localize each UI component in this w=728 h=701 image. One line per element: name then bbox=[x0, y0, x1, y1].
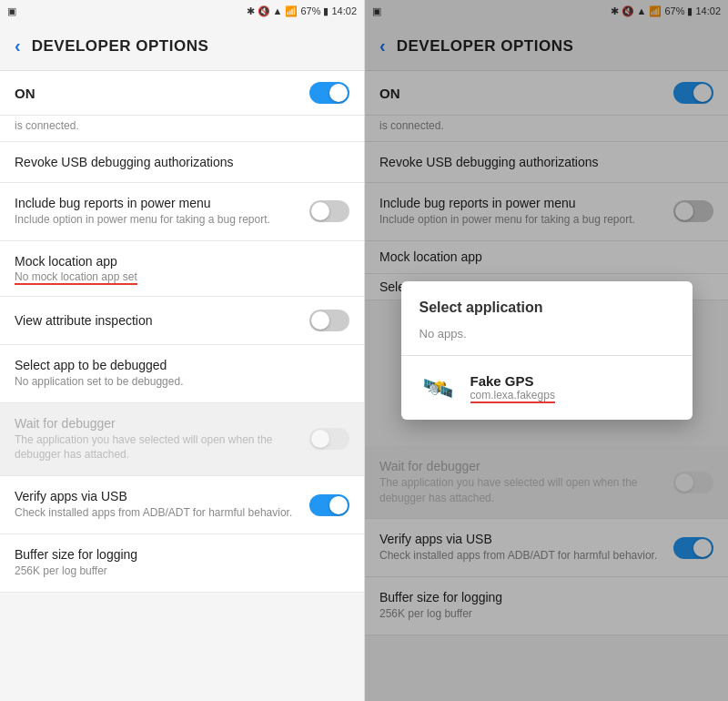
select-app-item[interactable]: Select app to be debugged No application… bbox=[0, 345, 364, 403]
buffer-size-subtitle: 256K per log buffer bbox=[15, 564, 349, 579]
wait-debugger-subtitle: The application you have selected will o… bbox=[15, 432, 309, 463]
time: 14:02 bbox=[331, 5, 357, 16]
fake-gps-info: Fake GPS com.lexa.fakegps bbox=[470, 373, 555, 403]
verify-apps-item[interactable]: Verify apps via USB Check installed apps… bbox=[0, 476, 364, 534]
back-button-left[interactable]: ‹ bbox=[15, 36, 21, 56]
notification-icon: ▣ bbox=[7, 5, 16, 17]
fake-gps-name: Fake GPS bbox=[470, 373, 555, 389]
view-attr-item[interactable]: View attribute inspection bbox=[0, 297, 364, 345]
select-app-text: Select app to be debugged No application… bbox=[15, 358, 349, 390]
content-left: Revoke USB debugging authorizations Incl… bbox=[0, 142, 364, 701]
bug-reports-item[interactable]: Include bug reports in power menu Includ… bbox=[0, 183, 364, 241]
mute-icon: 🔇 bbox=[258, 5, 270, 17]
header-left: ‹ DEVELOPER OPTIONS bbox=[0, 22, 364, 71]
select-app-title: Select app to be debugged bbox=[15, 358, 349, 372]
select-application-modal: Select application No apps. 🛰️ Fake GPS … bbox=[401, 281, 693, 420]
modal-overlay[interactable]: Select application No apps. 🛰️ Fake GPS … bbox=[365, 0, 728, 701]
wait-debugger-title: Wait for debugger bbox=[15, 416, 309, 431]
fake-gps-package: com.lexa.fakegps bbox=[470, 389, 555, 403]
status-left: ▣ bbox=[7, 5, 16, 17]
signal-icon: 📶 bbox=[285, 5, 298, 17]
mock-location-item[interactable]: Mock location app No mock location app s… bbox=[0, 241, 364, 297]
right-panel: ▣ ✱ 🔇 ▲ 📶 67% ▮ 14:02 ‹ DEVELOPER OPTION… bbox=[364, 0, 728, 701]
status-right: ✱ 🔇 ▲ 📶 67% ▮ 14:02 bbox=[247, 5, 357, 17]
view-attr-title: View attribute inspection bbox=[15, 313, 309, 328]
mock-location-value: No mock location app set bbox=[15, 270, 349, 283]
verify-apps-text: Verify apps via USB Check installed apps… bbox=[15, 489, 309, 521]
bug-reports-title: Include bug reports in power menu bbox=[15, 196, 309, 210]
page-title-left: DEVELOPER OPTIONS bbox=[32, 37, 209, 56]
bluetooth-icon: ✱ bbox=[247, 5, 255, 17]
mock-location-title: Mock location app bbox=[15, 254, 349, 269]
revoke-usb-text: Revoke USB debugging authorizations bbox=[15, 155, 349, 169]
status-bar-left: ▣ ✱ 🔇 ▲ 📶 67% ▮ 14:02 bbox=[0, 0, 364, 22]
verify-apps-subtitle: Check installed apps from ADB/ADT for ha… bbox=[15, 505, 309, 521]
bug-reports-text: Include bug reports in power menu Includ… bbox=[15, 196, 309, 228]
verify-apps-title: Verify apps via USB bbox=[15, 489, 309, 503]
battery-icon: ▮ bbox=[323, 5, 329, 17]
mock-location-text: Mock location app No mock location app s… bbox=[15, 254, 349, 283]
battery-percent: 67% bbox=[300, 5, 320, 16]
on-label-left: ON bbox=[15, 86, 35, 101]
view-attr-toggle[interactable] bbox=[309, 310, 349, 331]
view-attr-text: View attribute inspection bbox=[15, 313, 309, 328]
buffer-size-text: Buffer size for logging 256K per log buf… bbox=[15, 547, 349, 579]
revoke-usb-item[interactable]: Revoke USB debugging authorizations bbox=[0, 142, 364, 183]
connected-text-left: is connected. bbox=[0, 116, 364, 142]
bug-reports-toggle[interactable] bbox=[309, 200, 349, 222]
wait-debugger-text: Wait for debugger The application you ha… bbox=[15, 416, 309, 463]
on-row-left[interactable]: ON bbox=[0, 71, 364, 116]
fake-gps-icon: 🛰️ bbox=[420, 369, 458, 407]
revoke-usb-title: Revoke USB debugging authorizations bbox=[15, 155, 349, 169]
buffer-size-item[interactable]: Buffer size for logging 256K per log buf… bbox=[0, 534, 364, 593]
verify-apps-toggle[interactable] bbox=[309, 494, 349, 516]
select-app-subtitle: No application set to be debugged. bbox=[15, 374, 349, 390]
mock-location-underline: No mock location app set bbox=[15, 270, 137, 285]
left-panel: ▣ ✱ 🔇 ▲ 📶 67% ▮ 14:02 ‹ DEVELOPER OPTION… bbox=[0, 0, 364, 701]
modal-title: Select application bbox=[401, 281, 693, 323]
bug-reports-subtitle: Include option in power menu for taking … bbox=[15, 212, 309, 228]
on-toggle-left[interactable] bbox=[309, 82, 349, 104]
buffer-size-title: Buffer size for logging bbox=[15, 547, 349, 562]
modal-no-apps: No apps. bbox=[401, 323, 693, 355]
fake-gps-item[interactable]: 🛰️ Fake GPS com.lexa.fakegps bbox=[401, 356, 693, 420]
wait-debugger-item: Wait for debugger The application you ha… bbox=[0, 403, 364, 477]
wait-debugger-toggle bbox=[309, 428, 349, 450]
wifi-icon: ▲ bbox=[273, 5, 283, 16]
